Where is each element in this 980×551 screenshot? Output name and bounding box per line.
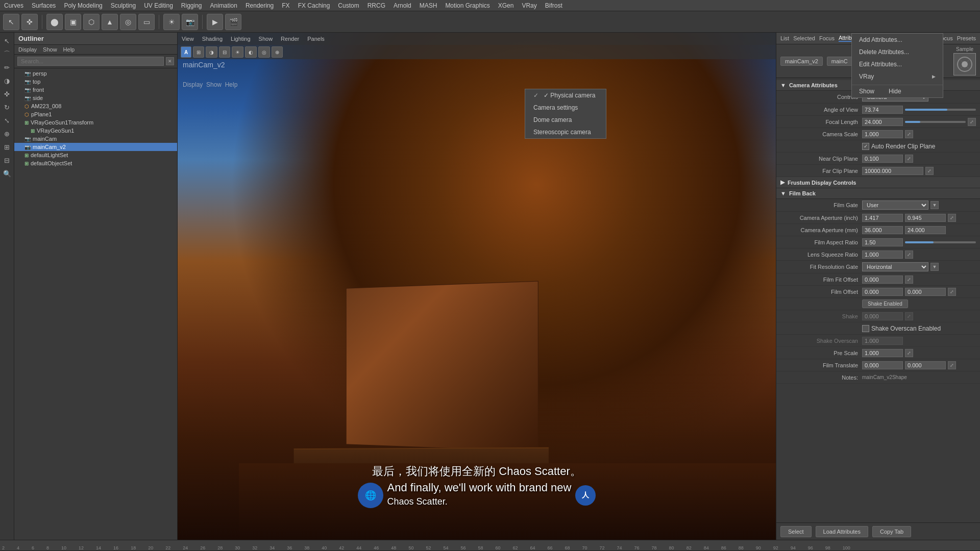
tree-item-front[interactable]: 📷front <box>14 86 177 94</box>
aperture-mm-input1[interactable] <box>862 226 903 234</box>
tree-item-defaultobjectset[interactable]: ⊞defaultObjectSet <box>14 159 177 167</box>
grid-tool-btn[interactable]: ⊞ <box>1 141 13 153</box>
panel-presets-btn[interactable]: Presets <box>957 35 976 41</box>
camera-dropdown-item-1[interactable]: Camera settings <box>525 102 606 114</box>
top-menu-surfaces[interactable]: Surfaces <box>32 2 56 9</box>
top-menu-uv-editing[interactable]: UV Editing <box>144 2 173 9</box>
filmoffset-input1[interactable] <box>862 288 903 296</box>
select-tool-btn[interactable]: ↖ <box>1 35 13 47</box>
aov-input[interactable] <box>862 106 903 114</box>
vp-menu-panels[interactable]: Panels <box>307 36 325 42</box>
viewport[interactable]: View Shading Lighting Show Render Panels… <box>178 33 776 540</box>
filmgate-dropdown[interactable]: User <box>862 201 928 210</box>
toolbar-btn-render2[interactable]: 🎬 <box>225 14 241 30</box>
cam-chip-2[interactable]: mainC <box>827 57 852 66</box>
top-menu-xgen[interactable]: XGen <box>498 2 514 9</box>
vp-btn-isolate[interactable]: ⊕ <box>272 46 283 58</box>
filmoffset-expand[interactable]: ⤢ <box>948 288 956 296</box>
tree-item-vraygeosun1transform[interactable]: ⊞VRayGeoSun1Transform <box>14 118 177 127</box>
select-button[interactable]: Select <box>780 526 812 537</box>
toolbar-btn-cone[interactable]: ▲ <box>102 14 118 30</box>
toolbar-btn-camera[interactable]: 📷 <box>182 14 198 30</box>
shake-input[interactable] <box>862 312 903 320</box>
toolbar-btn-render[interactable]: ▶ <box>207 14 223 30</box>
aspect-input[interactable] <box>862 238 903 246</box>
auto-clip-checkbox[interactable]: ✓ <box>862 143 869 150</box>
top-menu-custom[interactable]: Custom <box>338 2 359 9</box>
tree-item-maincam[interactable]: 📷mainCam <box>14 135 177 143</box>
fitres-arrow[interactable]: ▼ <box>930 263 939 271</box>
prescale-input[interactable] <box>862 349 903 357</box>
vp-btn-shaded[interactable]: ◑ <box>206 46 217 58</box>
prescale-expand[interactable]: ⤢ <box>905 349 913 357</box>
tree-item-am223-008[interactable]: ⬡AM223_008 <box>14 102 177 110</box>
aspect-slider[interactable] <box>905 241 976 243</box>
vp-btn-shadows[interactable]: ◐ <box>245 46 257 58</box>
top-menu-curves[interactable]: Curves <box>4 2 23 9</box>
vp-menu-view[interactable]: View <box>182 36 194 42</box>
toolbar-btn-light[interactable]: ☀ <box>163 14 180 30</box>
outliner-menu-display[interactable]: Display <box>18 46 37 53</box>
sculpt-tool-btn[interactable]: ◑ <box>1 74 13 87</box>
load-attributes-button[interactable]: Load Attributes <box>816 526 868 537</box>
tree-item-pplane1[interactable]: ⬡pPlane1 <box>14 110 177 118</box>
camera-dropdown-item-3[interactable]: Stereoscopic camera <box>525 126 606 138</box>
cam-chip-1[interactable]: mainCam_v2 <box>780 57 823 66</box>
scale-expand-btn[interactable]: ⤢ <box>905 130 913 138</box>
scale-tool-btn[interactable]: ⤡ <box>1 114 13 127</box>
fitoffset-expand[interactable]: ⤢ <box>905 276 913 284</box>
toolbar-btn-cylinder[interactable]: ⬡ <box>83 14 100 30</box>
vp-menu-show[interactable]: Show <box>259 36 273 42</box>
scale-input[interactable] <box>862 130 903 138</box>
panel-menu-list[interactable]: List <box>780 35 789 41</box>
squeeze-input[interactable] <box>862 251 903 259</box>
aperture-mm-input2[interactable] <box>905 226 946 234</box>
aperture-inch-input1[interactable] <box>862 214 903 222</box>
tree-item-maincam-v2[interactable]: 📷mainCam_v2 <box>14 143 177 151</box>
panel-menu-focus[interactable]: Focus <box>819 35 835 41</box>
aperture-inch-input2[interactable] <box>905 214 946 222</box>
search-btn[interactable]: 🔍 <box>1 167 13 180</box>
far-clip-input[interactable] <box>862 167 923 175</box>
top-menu-fx-caching[interactable]: FX Caching <box>298 2 330 9</box>
toolbar-btn-sphere[interactable]: ⬤ <box>46 14 63 30</box>
toolbar-btn-move[interactable]: ✜ <box>21 14 38 30</box>
vray-submenu-item[interactable]: VRay <box>852 70 943 83</box>
search-clear-btn[interactable]: ✕ <box>166 57 174 65</box>
vp-menu-shading[interactable]: Shading <box>202 36 223 42</box>
top-menu-poly-modeling[interactable]: Poly Modeling <box>64 2 102 9</box>
focal-slider[interactable] <box>905 121 966 123</box>
top-menu-vray[interactable]: VRay <box>522 2 536 9</box>
vp-btn-ao[interactable]: ◎ <box>258 46 270 58</box>
rotate-tool-btn[interactable]: ↻ <box>1 101 13 113</box>
fitres-dropdown[interactable]: Horizontal <box>862 262 928 271</box>
hide-btn-dropdown[interactable]: Hide <box>881 85 909 97</box>
move-tool-btn[interactable]: ✜ <box>1 88 13 100</box>
snap-tool-btn[interactable]: ⊕ <box>1 128 13 140</box>
aov-slider[interactable] <box>905 109 976 111</box>
filmtrans-input1[interactable] <box>862 361 903 369</box>
aperture-inch-expand[interactable]: ⤢ <box>948 214 956 222</box>
far-clip-expand[interactable]: ⤢ <box>925 167 934 175</box>
tree-item-side[interactable]: 📷side <box>14 94 177 102</box>
shake-enabled-btn[interactable]: Shake Enabled <box>862 299 908 308</box>
toolbar-btn-select[interactable]: ↖ <box>3 14 19 30</box>
filmgate-arrow[interactable]: ▼ <box>930 201 939 209</box>
top-menu-animation[interactable]: Animation <box>210 2 237 9</box>
frustum-section[interactable]: ▶ Frustum Display Controls <box>776 177 980 188</box>
top-menu-motion-graphics[interactable]: Motion Graphics <box>445 2 489 9</box>
vp-btn-textured[interactable]: ⊟ <box>219 46 230 58</box>
shake-overscan-checkbox[interactable] <box>862 325 869 332</box>
top-menu-rendering[interactable]: Rendering <box>246 2 274 9</box>
filmtrans-input2[interactable] <box>905 361 946 369</box>
near-clip-expand[interactable]: ⤢ <box>905 155 913 163</box>
vp-menu-render[interactable]: Render <box>281 36 299 42</box>
vp-menu-lighting[interactable]: Lighting <box>231 36 251 42</box>
tree-item-persp[interactable]: 📷persp <box>14 69 177 78</box>
search-input[interactable] <box>17 57 164 66</box>
lasso-tool-btn[interactable]: ⌒ <box>1 48 13 60</box>
focal-input[interactable] <box>862 118 903 126</box>
toolbar-btn-plane[interactable]: ▭ <box>138 14 155 30</box>
panel-menu-selected[interactable]: Selected <box>793 35 815 41</box>
tree-item-vraygeosun1[interactable]: ⊞VRayGeoSun1 <box>14 127 177 135</box>
